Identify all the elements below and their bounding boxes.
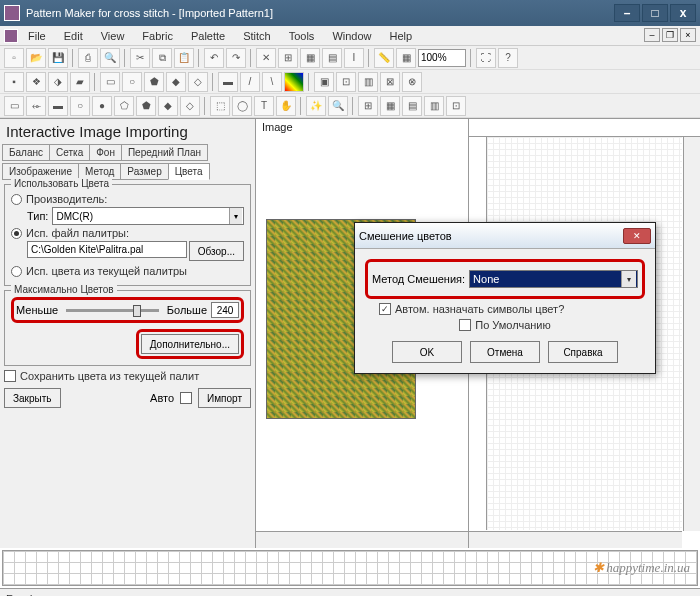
type-combo[interactable]: DMC(R) [52, 207, 244, 225]
text-icon[interactable]: I [344, 48, 364, 68]
browse-button[interactable]: Обзор... [189, 241, 244, 261]
tool-h[interactable]: ◆ [166, 72, 186, 92]
extra2-icon[interactable]: ▦ [380, 96, 400, 116]
tool-p[interactable]: ⊠ [380, 72, 400, 92]
stitch3-icon[interactable]: ▦ [300, 48, 320, 68]
tab-balance[interactable]: Баланс [2, 144, 49, 161]
tool-a[interactable]: ▪ [4, 72, 24, 92]
tab-size[interactable]: Размер [120, 163, 167, 180]
menu-edit[interactable]: Edit [56, 28, 91, 44]
ruler-icon[interactable]: 📏 [374, 48, 394, 68]
shape-disc[interactable]: ● [92, 96, 112, 116]
shape-poly2[interactable]: ⬟ [136, 96, 156, 116]
stitch2-icon[interactable]: ⊞ [278, 48, 298, 68]
close-panel-button[interactable]: Закрыть [4, 388, 61, 408]
extra5-icon[interactable]: ⊡ [446, 96, 466, 116]
tool-d[interactable]: ▰ [70, 72, 90, 92]
method-combo[interactable]: None [469, 270, 638, 288]
stitch4-icon[interactable]: ▤ [322, 48, 342, 68]
zoom-icon[interactable]: 🔍 [328, 96, 348, 116]
menu-stitch[interactable]: Stitch [235, 28, 279, 44]
menu-window[interactable]: Window [324, 28, 379, 44]
preview-icon[interactable]: 🔍 [100, 48, 120, 68]
menu-palette[interactable]: Palette [183, 28, 233, 44]
redo-icon[interactable]: ↷ [226, 48, 246, 68]
menu-file[interactable]: File [20, 28, 54, 44]
center-scrollbar-h[interactable] [256, 531, 468, 548]
tool-i[interactable]: ◇ [188, 72, 208, 92]
select-icon[interactable]: ⬚ [210, 96, 230, 116]
extra1-icon[interactable]: ⊞ [358, 96, 378, 116]
ok-button[interactable]: OK [392, 341, 462, 363]
help-icon[interactable]: ? [498, 48, 518, 68]
auto-symbols-check[interactable]: ✓ [379, 303, 391, 315]
shape-diam2[interactable]: ◇ [180, 96, 200, 116]
extra4-icon[interactable]: ▥ [424, 96, 444, 116]
advanced-button[interactable]: Дополнительно... [141, 334, 239, 354]
shape-diag[interactable]: ⬰ [26, 96, 46, 116]
radio-current-palette[interactable] [11, 266, 22, 277]
right-scrollbar-h[interactable] [469, 531, 682, 548]
shape-rect[interactable]: ▭ [4, 96, 24, 116]
help-button[interactable]: Справка [548, 341, 618, 363]
tool-k[interactable]: / [240, 72, 260, 92]
text-tool-icon[interactable]: T [254, 96, 274, 116]
close-button[interactable]: x [670, 4, 696, 22]
open-icon[interactable]: 📂 [26, 48, 46, 68]
dialog-close-button[interactable]: ✕ [623, 228, 651, 244]
stitch1-icon[interactable]: ✕ [256, 48, 276, 68]
tool-n[interactable]: ⊡ [336, 72, 356, 92]
shape-diam[interactable]: ◆ [158, 96, 178, 116]
tool-j[interactable]: ▬ [218, 72, 238, 92]
lasso-icon[interactable]: ◯ [232, 96, 252, 116]
mdi-close[interactable]: × [680, 28, 696, 42]
mdi-restore[interactable]: ❐ [662, 28, 678, 42]
zoom-combo[interactable]: 100% [418, 49, 466, 67]
new-icon[interactable]: ▫ [4, 48, 24, 68]
tool-b[interactable]: ❖ [26, 72, 46, 92]
print-icon[interactable]: ⎙ [78, 48, 98, 68]
palette-path-field[interactable]: C:\Golden Kite\Palitra.pal [27, 241, 187, 258]
cut-icon[interactable]: ✂ [130, 48, 150, 68]
tab-colors[interactable]: Цвета [168, 163, 210, 180]
tool-o[interactable]: ▥ [358, 72, 378, 92]
colors-slider[interactable] [66, 309, 159, 312]
tool-g[interactable]: ⬟ [144, 72, 164, 92]
radio-manufacturer[interactable] [11, 194, 22, 205]
undo-icon[interactable]: ↶ [204, 48, 224, 68]
mdi-minimize[interactable]: – [644, 28, 660, 42]
copy-icon[interactable]: ⧉ [152, 48, 172, 68]
tool-m[interactable]: ▣ [314, 72, 334, 92]
tab-bg[interactable]: Фон [89, 144, 121, 161]
palette-icon[interactable] [284, 72, 304, 92]
import-button[interactable]: Импорт [198, 388, 251, 408]
tool-c[interactable]: ⬗ [48, 72, 68, 92]
tab-grid[interactable]: Сетка [49, 144, 89, 161]
radio-palette-file[interactable] [11, 228, 22, 239]
menu-help[interactable]: Help [382, 28, 421, 44]
save-icon[interactable]: 💾 [48, 48, 68, 68]
tool-e[interactable]: ▭ [100, 72, 120, 92]
grid-icon[interactable]: ▦ [396, 48, 416, 68]
shape-circ[interactable]: ○ [70, 96, 90, 116]
minimize-button[interactable]: – [614, 4, 640, 22]
default-check[interactable] [459, 319, 471, 331]
maximize-button[interactable]: □ [642, 4, 668, 22]
menu-view[interactable]: View [93, 28, 133, 44]
tool-l[interactable]: \ [262, 72, 282, 92]
wand-icon[interactable]: ✨ [306, 96, 326, 116]
shape-fill[interactable]: ▬ [48, 96, 68, 116]
max-colors-input[interactable] [211, 302, 239, 318]
auto-check[interactable] [180, 392, 192, 404]
extra3-icon[interactable]: ▤ [402, 96, 422, 116]
menu-fabric[interactable]: Fabric [134, 28, 181, 44]
paste-icon[interactable]: 📋 [174, 48, 194, 68]
hand-icon[interactable]: ✋ [276, 96, 296, 116]
menu-tools[interactable]: Tools [281, 28, 323, 44]
fit-icon[interactable]: ⛶ [476, 48, 496, 68]
tool-f[interactable]: ○ [122, 72, 142, 92]
tab-fg[interactable]: Передний План [121, 144, 208, 161]
right-scrollbar-v[interactable] [683, 137, 700, 531]
shape-poly[interactable]: ⬠ [114, 96, 134, 116]
tool-q[interactable]: ⊗ [402, 72, 422, 92]
